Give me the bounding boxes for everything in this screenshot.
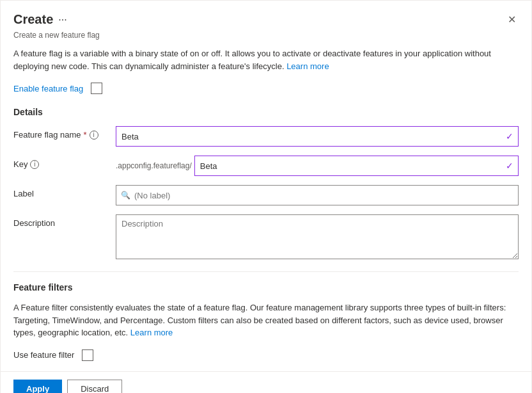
key-input[interactable] — [194, 156, 519, 176]
label-input-wrapper: 🔍 — [116, 185, 519, 205]
enable-feature-flag-row: Enable feature flag — [13, 83, 519, 94]
feature-flag-name-input[interactable] — [116, 126, 519, 147]
label-label: Label — [13, 185, 116, 198]
description-field — [116, 214, 519, 261]
feature-flag-name-field: ✓ — [116, 126, 519, 147]
details-section-title: Details — [13, 107, 519, 117]
discard-button[interactable]: Discard — [67, 380, 122, 394]
create-feature-flag-dialog: Create ··· ✕ Create a new feature flag A… — [0, 0, 532, 393]
label-field: 🔍 — [116, 185, 519, 205]
label-row: Label 🔍 — [13, 185, 519, 205]
search-icon: 🔍 — [121, 191, 130, 200]
use-feature-filter-label: Use feature filter — [13, 350, 74, 360]
enable-feature-flag-checkbox[interactable] — [91, 83, 102, 94]
feature-filters-title: Feature filters — [13, 282, 519, 293]
filter-learn-more-link[interactable]: Learn more — [130, 328, 173, 337]
close-icon: ✕ — [508, 13, 516, 26]
key-info-icon[interactable]: i — [30, 160, 39, 169]
apply-button[interactable]: Apply — [13, 380, 62, 394]
details-section: Details Feature flag name * i ✓ — [13, 107, 519, 261]
key-label: Key i — [13, 156, 116, 169]
dialog-ellipsis: ··· — [58, 14, 66, 26]
description-textarea[interactable] — [116, 214, 519, 259]
dialog-title: Create — [13, 12, 53, 27]
use-feature-filter-row: Use feature filter — [13, 349, 519, 361]
dialog-footer: Apply Discard — [1, 371, 531, 394]
close-button[interactable]: ✕ — [505, 11, 519, 28]
feature-flag-name-row: Feature flag name * i ✓ — [13, 126, 519, 147]
feature-flag-name-checkmark: ✓ — [506, 131, 513, 141]
description-label: Description — [13, 214, 116, 228]
label-input[interactable] — [116, 185, 519, 205]
section-divider — [13, 271, 519, 272]
feature-flag-name-info-icon[interactable]: i — [90, 131, 98, 140]
required-star: * — [84, 130, 87, 140]
dialog-header: Create ··· ✕ — [1, 1, 531, 31]
feature-filters-section: Feature filters A Feature filter consist… — [13, 282, 519, 361]
key-field: .appconfig.featureflag/ ✓ — [116, 156, 519, 176]
filter-description-text: A Feature filter consistently evaluates … — [13, 301, 519, 339]
enable-feature-flag-label: Enable feature flag — [13, 84, 83, 93]
feature-flag-name-label: Feature flag name * i — [13, 126, 116, 140]
use-feature-filter-checkbox[interactable] — [82, 349, 93, 361]
key-prefix: .appconfig.featureflag/ — [116, 161, 192, 170]
description-row: Description — [13, 214, 519, 261]
intro-text: A feature flag is a variable with a bina… — [13, 47, 519, 72]
dialog-subtitle: Create a new feature flag — [1, 31, 531, 47]
key-input-wrapper: ✓ — [194, 156, 519, 176]
feature-flag-name-input-wrapper: ✓ — [116, 126, 519, 147]
intro-learn-more-link[interactable]: Learn more — [286, 61, 329, 71]
key-checkmark: ✓ — [506, 161, 513, 171]
dialog-body: A feature flag is a variable with a bina… — [1, 47, 531, 371]
key-row: Key i .appconfig.featureflag/ ✓ — [13, 156, 519, 176]
